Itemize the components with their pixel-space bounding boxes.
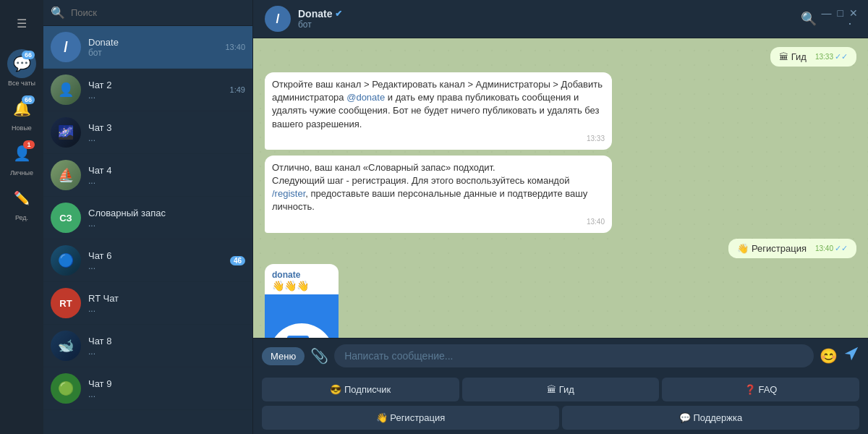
chat-item[interactable]: 🌌 Чат 3 ... (43, 111, 252, 154)
chat-info: Donate бот (88, 37, 218, 58)
chat-name: Чат 9 (88, 378, 238, 389)
bot-card-header: donate 👋👋👋 (265, 264, 339, 294)
quick-buttons-row1: 😎 Подписчик 🏛 Гид ❓ FAQ (253, 373, 868, 406)
faq-button[interactable]: ❓ FAQ (662, 378, 859, 401)
chat-info: Чат 3 ... (88, 122, 238, 143)
new-label: Новые (12, 124, 32, 132)
chat-item[interactable]: 🔵 Чат 6 ... 46 (43, 239, 252, 282)
bot-card-from: donate (272, 270, 331, 280)
new-badge: 66 (22, 95, 35, 104)
msg-row: 🏛 Гид 13:33 ✓✓ (265, 47, 856, 67)
sidebar-item-edit[interactable]: ✏️ (7, 184, 36, 213)
message-time: 13:40 (272, 217, 605, 227)
chat-header-info: Donate ✔ бот (298, 8, 793, 30)
minimize-button[interactable]: — (822, 7, 832, 19)
chat-item[interactable]: / Donate бот 13:40 (43, 26, 252, 69)
chat-title: Donate ✔ (298, 8, 793, 20)
quick-buttons-row2: 👋 Регистрация 💬 Поддержка (253, 406, 868, 434)
message-time: 13:40 ✓✓ (815, 244, 848, 253)
chat-info: Чат 2 ... (88, 80, 223, 101)
bot-card: donate 👋👋👋 (265, 264, 339, 339)
bot-card-container: donate 👋👋👋 (265, 264, 339, 339)
chat-info: Чат 4 ... (88, 165, 238, 186)
chat-header-avatar: / (265, 6, 291, 32)
subscriber-button[interactable]: 😎 Подписчик (262, 378, 459, 401)
chat-time: 1:49 (230, 85, 245, 94)
avatar: 🔵 (51, 245, 81, 276)
message-text: Откройте ваш канал > Редактировать канал… (272, 78, 605, 131)
chat-name: Чат 8 (88, 336, 238, 346)
chat-name: Чат 3 (88, 122, 238, 133)
chat-list-panel: 🔍 / Donate бот 13:40 (43, 0, 253, 434)
personal-label: Личные (10, 169, 33, 176)
chat-info: Словарный запас ... (88, 208, 238, 229)
edit-label: Ред. (15, 214, 28, 221)
send-button[interactable] (843, 346, 859, 366)
chat-preview: ... (88, 133, 238, 143)
bot-card-row: donate 👋👋👋 (265, 264, 856, 339)
chat-info: Чат 6 ... (88, 250, 223, 271)
search-input[interactable] (71, 7, 245, 18)
msg-row: Откройте ваш канал > Редактировать канал… (265, 72, 856, 150)
chat-preview: ... (88, 176, 238, 186)
chat-status: бот (298, 20, 793, 30)
avatar: 🌌 (51, 117, 81, 148)
message-time: 13:33 ✓✓ (815, 52, 848, 61)
chat-preview: ... (88, 90, 223, 101)
chat-name: Donate (88, 37, 218, 48)
avatar: / (51, 32, 81, 62)
emoji-button[interactable]: 😊 (820, 347, 838, 365)
chat-item[interactable]: ⛵ Чат 4 ... (43, 154, 252, 197)
document-icon (284, 334, 320, 339)
verified-icon: ✔ (335, 9, 342, 19)
attach-button[interactable]: 📎 (310, 347, 328, 365)
all-chats-badge: 66 (22, 51, 35, 59)
message-input[interactable] (334, 344, 814, 367)
message-bubble: 🏛 Гид 13:33 ✓✓ (770, 47, 856, 67)
personal-badge: 1 (23, 140, 35, 149)
chat-preview: ... (88, 218, 238, 229)
chat-meta: 1:49 (230, 85, 245, 94)
message-text: Отлично, ваш канал «Словарный запас» под… (272, 161, 605, 214)
message-bubble: 👋 Регистрация 13:40 ✓✓ (728, 239, 856, 258)
chat-item[interactable]: RT RT Чат ... (43, 282, 252, 325)
messages-area: 🏛 Гид 13:33 ✓✓ Откройте ваш канал > Реда… (253, 38, 868, 338)
chat-name: RT Чат (88, 293, 238, 304)
all-chats-label: Все чаты (8, 80, 35, 87)
menu-button[interactable]: Меню (262, 347, 305, 365)
chat-name: Чат 6 (88, 250, 223, 261)
avatar: СЗ (51, 203, 81, 233)
support-button[interactable]: 💬 Поддержка (562, 406, 859, 430)
message-time: 13:33 (272, 134, 605, 144)
sidebar-item-all-chats[interactable]: 💬 66 (7, 49, 36, 78)
msg-row: Отлично, ваш канал «Словарный запас» под… (265, 156, 856, 233)
chat-item[interactable]: 🟢 Чат 9 ... (43, 367, 252, 410)
input-section: Меню 📎 😊 😎 Подписчик 🏛 Гид ❓ FAQ (253, 338, 868, 434)
chat-item[interactable]: 🐋 Чат 8 ... (43, 325, 252, 367)
registration-quick-button[interactable]: 👋 Регистрация (262, 406, 559, 430)
send-icon (843, 346, 859, 362)
chat-meta: 13:40 (225, 43, 245, 51)
message-bubble: Откройте ваш канал > Редактировать канал… (265, 72, 612, 150)
chat-meta: 46 (230, 256, 245, 265)
chat-preview: ... (88, 389, 238, 399)
chat-item[interactable]: 👤 Чат 2 ... 1:49 (43, 69, 252, 111)
avatar: 🐋 (51, 331, 81, 361)
chat-name: Чат 2 (88, 80, 223, 90)
avatar: ⛵ (51, 160, 81, 190)
chat-name: Словарный запас (88, 208, 238, 218)
chat-item[interactable]: СЗ Словарный запас ... (43, 197, 252, 239)
sidebar-item-new[interactable]: 🔔 66 (7, 94, 36, 123)
maximize-button[interactable]: □ (838, 7, 843, 19)
chat-preview: ... (88, 304, 238, 314)
hamburger-button[interactable]: ☰ (7, 9, 36, 38)
search-bar: 🔍 (43, 0, 252, 26)
guide-button[interactable]: 🏛 Гид (462, 378, 660, 401)
chat-name: Чат 4 (88, 165, 238, 176)
svg-rect-0 (287, 336, 309, 339)
close-button[interactable]: ✕ (849, 7, 858, 19)
chat-preview: ... (88, 346, 238, 357)
sidebar-item-personal[interactable]: 👤 1 (7, 139, 36, 168)
read-checkmarks: ✓✓ (835, 244, 848, 253)
chat-time: 13:40 (225, 43, 245, 51)
